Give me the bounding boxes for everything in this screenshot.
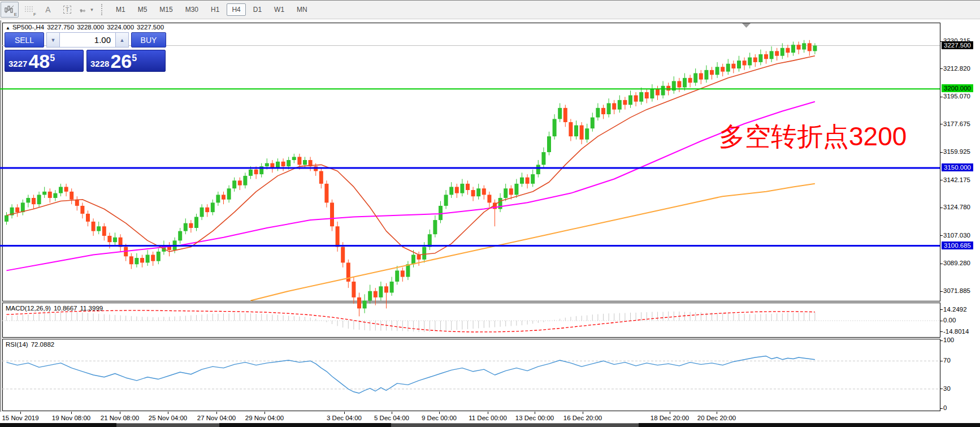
time-axis-label: 25 Nov 04:00 — [142, 415, 193, 421]
letter-a-icon: A — [45, 5, 50, 14]
timeframe-button-D1[interactable]: D1 — [248, 3, 267, 16]
chart-title: ▲SP500-,H43227.7503228.0003224.0003227.5… — [6, 24, 167, 31]
time-tick-mark — [535, 412, 535, 414]
boxed-t-icon: T — [63, 6, 72, 14]
ohlc-close: 3227.500 — [137, 24, 164, 31]
bid-quote[interactable]: 3227 48 5 — [5, 50, 84, 72]
cycle-arrows-icon — [80, 6, 89, 14]
grid-button[interactable]: F — [20, 2, 38, 18]
time-axis-label: 11 Dec 00:00 — [462, 415, 513, 421]
time-tick-mark — [670, 412, 670, 414]
price-tick-mark — [940, 152, 943, 153]
ohlc-high: 3228.000 — [77, 24, 104, 31]
price-tick-label: 3124.780 — [943, 204, 970, 210]
timeframe-button-MN[interactable]: MN — [292, 3, 313, 16]
toolbar-grip[interactable] — [101, 4, 105, 15]
price-tick-label: 3142.175 — [943, 176, 970, 183]
text-box-button[interactable]: T — [58, 2, 76, 18]
timeframe-button-M1[interactable]: M1 — [111, 3, 131, 16]
macd-tick-label: 14.2492 — [943, 306, 967, 313]
collapse-arrow-icon: ▲ — [6, 25, 10, 31]
time-axis-label: 3 Dec 04:00 — [319, 415, 370, 421]
rsi-tick-label: 70 — [943, 357, 951, 364]
time-tick-mark — [120, 412, 120, 414]
ask-quote[interactable]: 3228 26 5 — [86, 50, 166, 72]
price-tick-label: 3107.030 — [943, 232, 970, 239]
buy-button[interactable]: BUY — [131, 32, 166, 48]
time-tick-mark — [583, 412, 583, 414]
macd-tick-label: 0.00 — [943, 317, 956, 324]
macd-pane[interactable] — [2, 303, 940, 338]
bid-point: 5 — [50, 53, 55, 63]
price-tick-mark — [940, 180, 943, 180]
time-tick-mark — [488, 412, 488, 414]
time-axis-label: 20 Dec 20:00 — [691, 415, 742, 421]
timeframe-button-M30[interactable]: M30 — [180, 3, 203, 16]
time-tick-mark — [168, 412, 168, 414]
bid-pips: 48 — [28, 53, 50, 70]
time-axis-label: 18 Dec 20:00 — [644, 415, 695, 421]
timeframe-button-M15[interactable]: M15 — [154, 3, 177, 16]
level-price-label: 3100.685 — [942, 241, 973, 249]
grid-icon — [24, 6, 33, 14]
ohlc-low: 3224.000 — [107, 24, 134, 31]
bid-prefix: 3227 — [8, 59, 27, 68]
rsi-pane[interactable] — [2, 339, 940, 411]
level-price-label: 3150.000 — [942, 163, 973, 171]
time-tick-mark — [439, 412, 440, 414]
price-tick-mark — [940, 68, 943, 69]
price-tick-mark — [940, 208, 943, 208]
macd-name: MACD(12,26,9) — [6, 305, 51, 312]
icon-sub-label: E — [14, 12, 17, 17]
sell-button[interactable]: SELL — [5, 32, 44, 48]
toolbar: E F A T ▾ M1M5M15M30H1H4D1W1MN — [0, 0, 980, 19]
timeframe-group: M1M5M15M30H1H4D1W1MN — [110, 3, 314, 16]
time-tick-mark — [344, 412, 345, 414]
ask-pips: 26 — [110, 53, 132, 70]
macd-tick-mark — [940, 309, 943, 310]
rsi-tick-label: 0 — [943, 404, 947, 411]
price-tick-label: 3071.885 — [943, 287, 970, 294]
icon-sub-label: F — [33, 12, 36, 17]
price-tick-mark — [940, 264, 943, 264]
timeframe-button-H4[interactable]: H4 — [227, 3, 245, 16]
rsi-label: RSI(14)72.0882 — [6, 341, 57, 348]
macd-main-value: 10.8667 — [54, 305, 77, 312]
bottom-window-segment — [116, 423, 219, 427]
indicators-button[interactable]: ▾ — [77, 2, 96, 18]
rsi-tick-mark — [940, 389, 943, 389]
candlestick-chart-icon — [5, 5, 15, 14]
macd-label: MACD(12,26,9)10.866711.3999 — [6, 305, 106, 312]
rsi-tick-label: 30 — [943, 385, 951, 392]
ohlc-open: 3227.750 — [47, 24, 74, 31]
volume-input[interactable] — [60, 32, 115, 48]
time-tick-mark — [264, 412, 265, 414]
price-tick-label: 3089.280 — [943, 260, 970, 266]
rsi-tick-mark — [940, 361, 943, 361]
volume-increase-button[interactable]: ▲ — [115, 32, 129, 48]
macd-tick-mark — [940, 331, 943, 332]
time-tick-mark — [392, 412, 392, 414]
time-axis-label: 21 Nov 08:00 — [94, 415, 145, 421]
ask-prefix: 3228 — [90, 59, 109, 68]
timeframe-button-W1[interactable]: W1 — [269, 3, 289, 16]
time-tick-mark — [717, 412, 717, 414]
macd-tick-label: -14.8014 — [943, 328, 969, 335]
timeframe-button-M5[interactable]: M5 — [133, 3, 153, 16]
time-axis-label: 29 Nov 04:00 — [239, 415, 290, 421]
text-label-button[interactable]: A — [39, 2, 57, 18]
time-axis-label: 13 Dec 00:00 — [509, 415, 560, 421]
timeframe-button-H1[interactable]: H1 — [206, 3, 224, 16]
time-axis-label: 27 Nov 04:00 — [191, 415, 242, 421]
macd-signal-value: 11.3999 — [80, 305, 103, 312]
volume-decrease-button[interactable]: ▼ — [46, 32, 60, 48]
rsi-tick-mark — [940, 408, 943, 409]
chart-editor-button[interactable]: E — [1, 2, 19, 18]
rsi-value: 72.0882 — [31, 341, 55, 348]
time-tick-mark — [71, 412, 72, 414]
current-price-label: 3227.500 — [942, 41, 973, 49]
level-price-label: 3200.000 — [942, 84, 973, 92]
symbol-period: SP500-,H4 — [12, 24, 44, 31]
time-axis-label: 9 Dec 00:00 — [414, 415, 465, 421]
bottom-window-edge — [0, 423, 980, 427]
